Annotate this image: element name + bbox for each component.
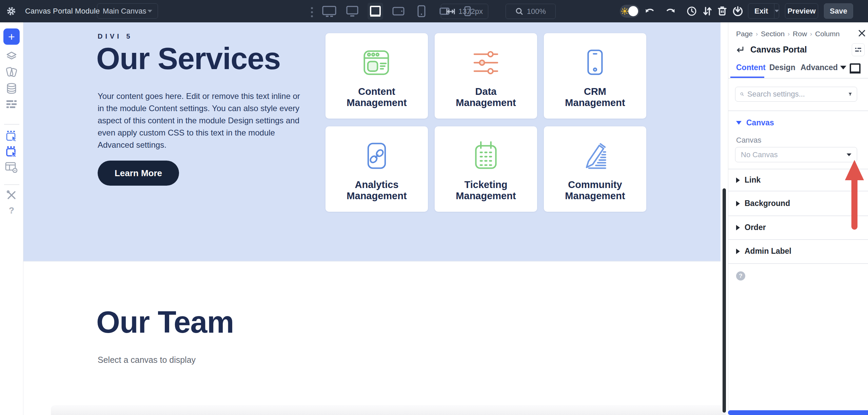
tab-advanced[interactable]: Advanced <box>801 63 838 72</box>
canvas-width-value: 1372px <box>458 7 483 16</box>
service-card[interactable]: CRM Management <box>544 33 646 119</box>
redo-icon[interactable] <box>665 6 676 16</box>
panel-help-icon[interactable]: ? <box>736 271 745 281</box>
canvas-selector-value: Main Canvas <box>103 7 146 16</box>
search-settings-input[interactable] <box>747 90 845 99</box>
tab-design[interactable]: Design <box>769 63 795 72</box>
breadcrumb-row[interactable]: Row <box>793 30 807 38</box>
services-heading: Our Services <box>96 41 280 76</box>
grid-view-icon[interactable] <box>164 6 175 17</box>
module-header: Canvas Portal <box>736 45 807 55</box>
close-panel-icon[interactable] <box>858 29 866 39</box>
content-list-icon[interactable] <box>6 100 17 108</box>
exit-button[interactable]: Exit <box>748 3 779 19</box>
breadcrumb-page[interactable]: Page <box>736 30 753 38</box>
help-icon[interactable]: ? <box>9 205 14 216</box>
sun-icon <box>621 7 628 15</box>
toggle-knob <box>628 6 638 16</box>
canvas-select-outline-icon[interactable] <box>5 130 18 142</box>
services-section: DIVI 5 Our Services Your content goes he… <box>23 22 721 262</box>
kebab-menu-icon[interactable] <box>311 7 313 17</box>
canvas-selector-dropdown[interactable]: Main Canvas <box>97 3 158 19</box>
exit-label: Exit <box>748 4 774 18</box>
back-arrow-icon[interactable] <box>736 46 745 54</box>
service-card-title: Ticketing Management <box>447 179 525 202</box>
calendar-icon <box>469 137 503 174</box>
section-link-header[interactable]: Link <box>736 175 761 185</box>
theme-toggle[interactable] <box>620 5 639 18</box>
layers-icon[interactable] <box>6 51 17 62</box>
service-card[interactable]: Community Management <box>544 126 646 212</box>
portability-icon[interactable] <box>732 6 743 17</box>
tabs-chevron-down-icon[interactable] <box>840 66 846 69</box>
service-card[interactable]: Ticketing Management <box>435 126 537 212</box>
left-toolbar: + ? <box>0 22 23 415</box>
undo-icon[interactable] <box>644 6 655 16</box>
canvas-width-input[interactable]: 1372px <box>441 4 488 19</box>
canvas-field-label: Canvas <box>736 136 762 145</box>
tabs-divider <box>728 78 868 79</box>
presets-icon[interactable] <box>5 66 18 78</box>
zoom-icon <box>515 7 524 16</box>
link-icon <box>360 137 394 174</box>
canvas-select-value: No Canvas <box>741 150 778 159</box>
panel-dock-button[interactable] <box>852 43 865 56</box>
select-chevron-icon <box>847 153 851 156</box>
theme-builder-icon[interactable] <box>5 162 18 173</box>
device-phone-icon[interactable] <box>414 3 429 20</box>
zoom-input[interactable]: 100% <box>506 4 556 19</box>
bottom-blue-bar <box>728 410 868 415</box>
canvas-scrollbar[interactable] <box>723 188 726 413</box>
team-heading: Our Team <box>96 305 234 340</box>
service-card[interactable]: Data Management <box>435 33 537 119</box>
section-admin-label-title: Admin Label <box>745 247 791 256</box>
device-tablet-landscape-icon[interactable] <box>391 3 406 20</box>
device-desktop-icon[interactable] <box>344 3 360 20</box>
section-canvas-title: Canvas <box>746 118 774 127</box>
section-order-header[interactable]: Order <box>736 223 766 232</box>
device-desktop-large-icon[interactable] <box>321 3 337 20</box>
services-body-text: Your content goes here. Edit or remove t… <box>98 90 307 151</box>
search-settings[interactable] <box>735 87 857 102</box>
panel-device-icon[interactable] <box>849 63 861 74</box>
section-canvas-header[interactable]: Canvas <box>736 118 774 127</box>
device-laptop-icon[interactable] <box>368 3 383 20</box>
history-icon[interactable] <box>686 6 697 17</box>
section-background-header[interactable]: Background <box>736 199 790 208</box>
service-card-title: Analytics Management <box>338 179 416 202</box>
service-card[interactable]: Content Management <box>326 33 428 119</box>
learn-more-button[interactable]: Learn More <box>98 161 179 186</box>
exit-caret[interactable] <box>774 4 779 18</box>
breadcrumb: Page› Section› Row› Column <box>736 30 840 38</box>
section-admin-label-header[interactable]: Admin Label <box>736 247 791 256</box>
breadcrumb-section[interactable]: Section <box>761 30 785 38</box>
section-background-title: Background <box>745 199 790 208</box>
triangle-right-icon <box>736 225 740 230</box>
breadcrumb-column[interactable]: Column <box>815 30 840 38</box>
divi-builder-window: Canvas Portal Module Main Canvas <box>0 0 868 415</box>
triangle-right-icon <box>736 249 740 254</box>
canvas-select-dropdown[interactable]: No Canvas <box>735 147 857 162</box>
service-card-title: CRM Management <box>556 86 634 108</box>
filter-icon[interactable] <box>848 91 852 98</box>
preview-button[interactable]: Preview <box>785 3 818 19</box>
triangle-right-icon <box>736 178 740 183</box>
tab-content[interactable]: Content <box>736 63 766 72</box>
next-section-edge <box>51 405 726 415</box>
chevron-down-icon <box>147 10 152 13</box>
section-link-title: Link <box>745 175 761 185</box>
save-button[interactable]: Save <box>824 3 853 19</box>
browser-content-icon <box>360 44 394 81</box>
triangle-down-icon <box>736 121 742 125</box>
top-toolbar: Canvas Portal Module Main Canvas <box>0 0 868 22</box>
database-icon[interactable] <box>6 83 17 94</box>
canvas-select-filled-icon[interactable] <box>5 146 18 158</box>
sort-order-icon[interactable] <box>702 6 713 17</box>
add-module-button[interactable]: + <box>3 28 20 45</box>
tools-icon[interactable] <box>6 190 17 201</box>
gear-icon[interactable] <box>6 6 16 16</box>
zoom-value: 100% <box>527 7 546 16</box>
service-card[interactable]: Analytics Management <box>326 126 428 212</box>
trash-icon[interactable] <box>717 6 728 17</box>
team-placeholder-text: Select a canvas to display <box>98 355 196 365</box>
